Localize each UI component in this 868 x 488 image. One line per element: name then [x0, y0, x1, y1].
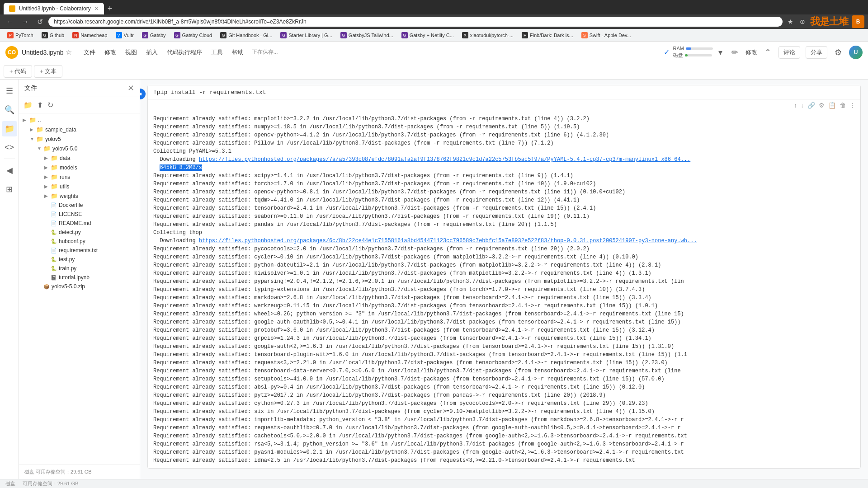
edit-btn[interactable]: ✏ — [730, 46, 740, 59]
nav-menu-btn[interactable]: ☰ — [3, 83, 16, 99]
tree-item-yolov5[interactable]: ▼ 📁 yolov5 — [26, 134, 140, 144]
cell-run-btn[interactable]: ■ — [140, 89, 146, 99]
forward-btn[interactable]: → — [19, 17, 32, 27]
tree-item-hubconf[interactable]: ▶ 🐍 hubconf.py — [41, 237, 140, 246]
tree-item-parent[interactable]: ▶ 📁 .. — [19, 115, 140, 125]
menu-edit[interactable]: 修改 — [100, 46, 121, 59]
bookmark-github[interactable]: G Github — [38, 31, 68, 40]
share-label[interactable]: 分享 — [806, 46, 827, 59]
bookmark-gatsby-cloud[interactable]: G Gatsby Cloud — [170, 31, 216, 40]
sidebar-new-folder-btn[interactable]: 📁 — [23, 100, 33, 110]
cell-container: ■ !pip install -r requirements.txt ↑ ↓ 🔗… — [147, 85, 861, 469]
settings-btn[interactable]: ⚙ — [833, 46, 844, 59]
bookmark-gatsby-netlify[interactable]: G Gatsby + Netlify C... — [398, 31, 458, 40]
nav-files-btn[interactable]: 📁 — [2, 121, 17, 136]
cell-delete-btn[interactable]: 🗑 — [839, 101, 847, 110]
output-text: Requirement already satisfied: matplotli… — [148, 111, 860, 468]
add-text-btn[interactable]: + 文本 — [34, 65, 62, 78]
bookmark-gatsby[interactable]: G Gatsby — [138, 31, 170, 40]
bookmark-swift[interactable]: S Swift - Apple Dev... — [578, 31, 635, 40]
comment-label[interactable]: 评论 — [778, 46, 800, 59]
new-tab-btn[interactable]: + — [104, 4, 116, 14]
tree-chevron-parent: ▶ — [23, 117, 27, 122]
menu-tools[interactable]: 工具 — [207, 46, 227, 59]
nav-search-btn[interactable]: 🔍 — [2, 102, 17, 117]
tree-chevron-runs: ▶ — [44, 174, 49, 179]
bookmark-namecheap[interactable]: N Namecheap — [69, 31, 111, 40]
bookmark-gatsbyjs-tailwind[interactable]: G GatsbyJS Tailwind... — [337, 31, 397, 40]
tree-item-models[interactable]: ▶ 📁 models — [41, 163, 140, 172]
sidebar-close-btn[interactable]: ✕ — [127, 83, 134, 93]
bookmark-git-handbook[interactable]: G Git Handbook - Gi... — [217, 31, 276, 40]
bookmark-xiaotudui[interactable]: X xiaotudui/pytorch-... — [458, 31, 517, 40]
back-btn[interactable]: ← — [4, 17, 16, 27]
browser-action-btn2[interactable]: ⊕ — [797, 17, 807, 26]
tree-item-data[interactable]: ▶ 📁 data — [41, 153, 140, 163]
tree-file-icon-readme: 📄 — [51, 221, 57, 226]
tab-title: Untitled3.ipynb - Colaboratory — [19, 5, 91, 12]
bookmark-pytorch[interactable]: P PyTorch — [4, 31, 37, 40]
notebook-area: ■ !pip install -r requirements.txt ↑ ↓ 🔗… — [140, 80, 868, 479]
bookmark-finb-bark[interactable]: F Finb/Bark: Bark is... — [518, 31, 577, 40]
bookmark-vultr[interactable]: V Vultr — [112, 31, 137, 40]
tab-bar: Untitled3.ipynb - Colaboratory ✕ + — [0, 0, 868, 14]
sidebar-upload-btn[interactable]: ⬆ — [36, 100, 44, 110]
colab-header: CO Untitled3.ipynb ☆ 文件 修改 视图 插入 代码执行程序 … — [0, 42, 868, 63]
tree-folder-icon-utils: 📁 — [51, 183, 58, 190]
tree-item-runs[interactable]: ▶ 📁 runs — [41, 172, 140, 182]
tree-item-train[interactable]: ▶ 🐍 train.py — [41, 264, 140, 273]
tree-folder-icon-yolov5-50: 📁 — [43, 145, 51, 152]
tree-item-yolov5-50[interactable]: ▼ 📁 yolov5-5.0 — [33, 144, 140, 153]
cell-toolbar: ↑ ↓ 🔗 ⚙ 📋 🗑 ⋮ — [148, 99, 860, 111]
cell-down-btn[interactable]: ↓ — [800, 101, 805, 110]
bookmark-swift-label: Swift - Apple Dev... — [590, 33, 631, 38]
tree-file-icon-requirements: 📄 — [51, 248, 57, 253]
cell-settings-btn[interactable]: ⚙ — [818, 101, 826, 110]
nav-bottom-btn[interactable]: ⊞ — [3, 182, 15, 197]
tree-item-requirements[interactable]: ▶ 📄 requirements.txt — [41, 246, 140, 255]
tree-item-detect[interactable]: ▶ 🐍 detect.py — [41, 228, 140, 237]
check-icon: ✓ — [664, 48, 670, 56]
tree-item-dockerfile[interactable]: ▶ 📄 Dockerfile — [41, 201, 140, 210]
bookmark-git-handbook-icon: G — [220, 32, 226, 38]
browser-profile-area: 我是土堆 B — [810, 15, 864, 28]
colab-menu: 文件 修改 视图 插入 代码执行程序 工具 帮助 正在保存... — [79, 46, 278, 59]
storage-label: 磁盘 — [24, 469, 34, 474]
colab-star-btn[interactable]: ☆ — [66, 48, 72, 56]
dropdown-btn[interactable]: ▾ — [717, 46, 724, 59]
bookmark-starter-library[interactable]: G Starter Library | G... — [277, 31, 335, 40]
cell-input[interactable]: !pip install -r requirements.txt — [148, 85, 860, 99]
status-bar: 磁盘 可用存储空间：29.61 GB — [0, 479, 868, 488]
tree-item-license[interactable]: ▶ 📄 LICENSE — [41, 210, 140, 219]
cell-link-btn[interactable]: 🔗 — [807, 101, 816, 110]
tree-item-sample-data[interactable]: ▶ 📁 sample_data — [26, 125, 140, 134]
menu-help[interactable]: 帮助 — [227, 46, 248, 59]
cell-more-btn[interactable]: ⋮ — [849, 101, 857, 110]
tab-close-btn[interactable]: ✕ — [94, 6, 99, 12]
bookmark-starter-library-label: Starter Library | G... — [288, 33, 332, 38]
menu-runtime[interactable]: 代码执行程序 — [162, 46, 207, 59]
nav-arrow-btn[interactable]: ◀ — [4, 163, 15, 178]
refresh-btn[interactable]: ↺ — [34, 17, 46, 27]
active-tab[interactable]: Untitled3.ipynb - Colaboratory ✕ — [4, 3, 104, 14]
browser-action-btn1[interactable]: ★ — [785, 17, 796, 26]
cell-up-btn[interactable]: ↑ — [793, 101, 798, 110]
menu-view[interactable]: 视图 — [121, 46, 142, 59]
tree-item-weights[interactable]: ▶ 📁 weights — [41, 191, 140, 201]
sidebar-refresh-btn[interactable]: ↻ — [47, 100, 54, 110]
sidebar-storage-info: 磁盘 可用存储空间：29.61 GB — [19, 465, 140, 479]
tree-item-utils[interactable]: ▶ 📁 utils — [41, 182, 140, 191]
tree-item-test[interactable]: ▶ 🐍 test.py — [41, 255, 140, 264]
menu-insert[interactable]: 插入 — [142, 46, 162, 59]
add-code-btn[interactable]: + 代码 — [4, 65, 32, 78]
tree-item-tutorial[interactable]: ▶ 📓 tutorial.ipynb — [41, 273, 140, 282]
cell-copy-btn[interactable]: 📋 — [827, 101, 837, 110]
tree-item-zip[interactable]: ▶ 📦 yolov5-5.0.zip — [33, 282, 140, 291]
user-avatar[interactable]: U — [849, 46, 863, 59]
menu-file[interactable]: 文件 — [79, 46, 100, 59]
colab-header-right: ✓ RAM 磁盘 ▾ — [664, 46, 863, 59]
nav-code-btn[interactable]: <> — [2, 140, 17, 155]
address-bar[interactable] — [48, 17, 783, 27]
expand-btn[interactable]: ⌃ — [763, 46, 773, 59]
tree-item-readme[interactable]: ▶ 📄 README.md — [41, 219, 140, 228]
